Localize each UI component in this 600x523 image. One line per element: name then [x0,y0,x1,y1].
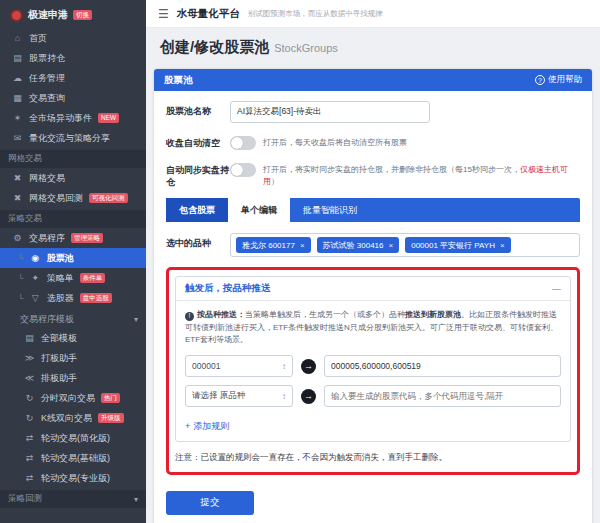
broker-logo-icon [10,9,23,22]
toggle-knob [231,164,243,176]
sidebar-item-label: 轮动交易(基础版) [41,452,110,465]
grid-trading-icon: ✖ [12,173,23,183]
broker-account[interactable]: 极速申港 切换 [0,0,146,28]
kline-badge: 升级版 [98,413,124,423]
chip-label: 雅戈尔 600177 [242,240,295,251]
sidebar-item-stock-pool[interactable]: └ ◉ 股票池 [0,248,146,268]
sidebar-item-label: 首页 [29,32,47,45]
select-value: 000001 [192,361,220,371]
selected-varieties-row: 选中的品种 雅戈尔 600177 × 苏试试验 300416 × 000001 … [166,233,580,257]
sidebar-item-label: K线双向交易 [41,412,92,425]
templates-icon: ▤ [24,333,35,343]
section-program-templates[interactable]: 交易程序模板 ▾ [0,310,146,328]
sidebar-item-rotation-lite[interactable]: ⇄ 轮动交易(简化版) [0,428,146,448]
sidebar-item-positions[interactable]: ▤ 股票持仓 [0,48,146,68]
query-icon: ▦ [12,93,23,103]
card-body: 股票池名称 收盘自动清空 打开后，每天收盘后将自动清空所有股票 自动同步实盘持仓 [154,91,592,475]
source-variety-select[interactable]: 请选择 原品种 ↕ [185,385,293,407]
app-title: 水母量化平台 [177,7,240,21]
queue-helper-icon: ≪ [24,373,35,383]
chip-label: 000001 平安银行 PAYH [411,240,495,251]
select-caret-icon: ↕ [282,392,286,401]
sidebar-item-kline-two-way[interactable]: ↻ K线双向交易 升级版 [0,408,146,428]
variety-chip: 苏试试验 300416 × [317,237,400,253]
push-info-text: !按品种推送：当策略单触发后，生成另一个（或多个）品种推送到新股票池。比如正股条… [185,309,561,346]
push-panel-title: 触发后，按品种推送 [185,282,271,295]
tab-single-edit[interactable]: 单个编辑 [228,198,290,222]
sidebar-item-strategy-order[interactable]: └ ✦ 策略单 条件单 [0,268,146,288]
sidebar-item-stock-picker[interactable]: └ ▽ 选股器 盘中选股 [0,288,146,308]
rotate-icon: ⇄ [24,433,35,443]
auto-sync-toggle[interactable] [230,163,256,177]
tab-include-stocks[interactable]: 包含股票 [166,198,228,222]
rotate-icon: ⇄ [24,473,35,483]
push-panel-header: 触发后，按品种推送 — [176,277,570,301]
sidebar-item-label: 打板助手 [41,352,77,365]
push-rules-panel: 触发后，按品种推送 — !按品种推送：当策略单触发后，生成另一个（或多个）品种推… [175,276,571,442]
sidebar-item-all-templates[interactable]: ▤ 全部模板 [0,328,146,348]
chevron-down-icon: ▾ [134,495,138,504]
page-title: 创建/修改股票池 [160,38,269,55]
sidebar-item-tasks[interactable]: ☁ 任务管理 [0,68,146,88]
submit-button[interactable]: 提交 [166,491,254,515]
page-subtitle: StockGroups [274,42,338,54]
sidebar-item-label: 轮动交易(专业版) [41,472,110,485]
sidebar-item-label: 全市场异动事件 [29,112,92,125]
sidebar-item-trade-query[interactable]: ▦ 交易查询 [0,88,146,108]
cloud-icon: ☁ [12,73,23,83]
sidebar-item-rotation-basic[interactable]: ⇄ 轮动交易(基础版) [0,448,146,468]
info-icon: ! [185,312,194,321]
auto-sync-desc: 打开后，将实时同步实盘的持仓股，并删除非持仓股（每15秒同步一次，仅极速主机可用… [263,160,580,188]
target-codes-input[interactable] [324,385,561,407]
pool-name-label: 股票池名称 [166,101,230,117]
variety-chip: 000001 平安银行 PAYH × [405,237,510,253]
target-codes-input[interactable] [324,355,561,377]
sidebar-item-market-events[interactable]: ✶ 全市场异动事件 NEW [0,108,146,128]
sidebar-item-label: 排板助手 [41,372,77,385]
push-rule-row: 000001 ↕ → [185,355,561,377]
selected-varieties-box[interactable]: 雅戈尔 600177 × 苏试试验 300416 × 000001 平安银行 P… [230,233,580,257]
sidebar-item-board-helper[interactable]: ≫ 打板助手 [0,348,146,368]
app-root: 极速申港 切换 ⌂ 首页 ▤ 股票持仓 ☁ 任务管理 ▦ 交易查询 ✶ 全市场异… [0,0,600,523]
section-strategy-backtest[interactable]: 策略回测 ▾ [0,490,146,508]
pool-name-input[interactable] [230,101,430,123]
close-icon[interactable]: × [500,241,505,250]
select-caret-icon: ↕ [282,362,286,371]
section-label: 网格交易 [8,153,42,165]
sidebar-item-intraday-two-way[interactable]: ↻ 分时双向交易 热门 [0,388,146,408]
sidebar-item-queue-helper[interactable]: ≪ 排板助手 [0,368,146,388]
chevron-down-icon: ▾ [134,315,138,324]
toggle-knob [231,137,243,149]
chat-icon: ✉ [12,133,23,143]
pool-name-row: 股票池名称 [166,101,580,123]
loop-icon: ↻ [24,393,35,403]
sidebar-item-quant-share[interactable]: ✉ 量化交流与策略分享 [0,128,146,148]
sidebar-item-trade-program[interactable]: ⚙ 交易程序 管理策略 [0,228,146,248]
auto-sync-label: 自动同步实盘持仓 [166,160,230,188]
close-icon[interactable]: × [300,241,305,250]
section-label: 策略回测 [8,493,42,505]
stock-pool-icon: ◉ [30,253,41,263]
sidebar-item-home[interactable]: ⌂ 首页 [0,28,146,48]
stock-picker-icon: ▽ [30,293,41,303]
sidebar-item-label: 分时双向交易 [41,392,95,405]
stock-pool-card: 股票池 ? 使用帮助 股票池名称 收盘自动清空 打开后 [154,69,592,523]
collapse-icon[interactable]: — [552,284,561,294]
tab-batch-recognition[interactable]: 批量智能识别 [290,198,370,222]
help-link[interactable]: ? 使用帮助 [535,74,582,86]
grid-backtest-badge: 可视化回测 [89,193,128,203]
sidebar-item-grid-backtest[interactable]: ✖ 网格交易回测 可视化回测 [0,188,146,208]
broker-badge[interactable]: 切换 [73,10,92,20]
close-icon[interactable]: × [389,241,394,250]
auto-clear-toggle[interactable] [230,136,256,150]
sidebar-item-rotation-pro[interactable]: ⇄ 轮动交易(专业版) [0,468,146,488]
sidebar-item-grid-trading[interactable]: ✖ 网格交易 [0,168,146,188]
menu-icon[interactable]: ☰ [158,7,169,21]
new-badge: NEW [98,113,119,123]
add-rule-link[interactable]: + 添加规则 [185,420,229,433]
edit-mode-tabs: 包含股票 单个编辑 批量智能识别 [166,198,580,222]
program-badge: 管理策略 [71,233,103,243]
source-variety-select[interactable]: 000001 ↕ [185,355,293,377]
sidebar-item-label: 网格交易 [29,172,65,185]
auto-clear-desc: 打开后，每天收盘后将自动清空所有股票 [263,133,407,149]
